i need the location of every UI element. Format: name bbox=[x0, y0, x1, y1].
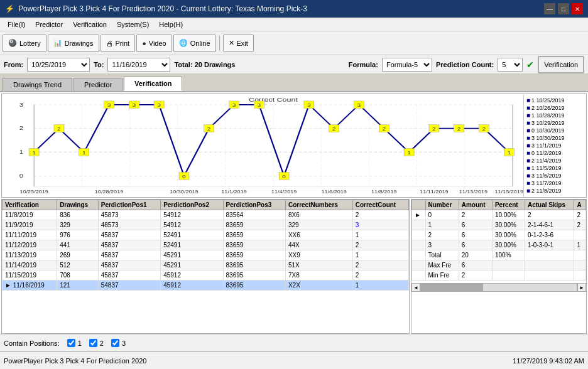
menu-system[interactable]: System(S) bbox=[112, 19, 154, 29]
table-row-verification: 11/12/2019 bbox=[3, 240, 57, 250]
table-row-verification: 11/9/2019 bbox=[3, 220, 57, 230]
stats-table-container[interactable]: Number Amount Percent Actual Skips A ► 0… bbox=[411, 199, 587, 334]
menu-help[interactable]: Help(H) bbox=[154, 19, 188, 29]
close-button[interactable]: ✕ bbox=[572, 3, 583, 14]
legend-item: ■ 2 11/4/2019 bbox=[526, 157, 584, 164]
table-row-pos2: 45291 bbox=[161, 260, 223, 270]
table-row-drawings: 441 bbox=[57, 240, 99, 250]
legend-item: ■ 0 11/2/2019 bbox=[526, 149, 584, 156]
table-row-count: 1 bbox=[352, 250, 408, 260]
lottery-icon: 🎱 bbox=[8, 39, 17, 47]
col-pos1: PerdictionPos1 bbox=[98, 200, 160, 210]
maximize-button[interactable]: □ bbox=[558, 3, 569, 14]
online-label: Online bbox=[190, 40, 210, 47]
stats-table: Number Amount Percent Actual Skips A ► 0… bbox=[411, 200, 586, 281]
stats-amount: 2 bbox=[459, 270, 492, 281]
table-row-drawings: 976 bbox=[57, 230, 99, 240]
svg-text:0: 0 bbox=[19, 173, 24, 178]
stats-indicator bbox=[412, 220, 426, 230]
menu-file[interactable]: File(I) bbox=[3, 19, 30, 29]
svg-text:11/8/2019: 11/8/2019 bbox=[371, 190, 397, 195]
stats-percent: 10.00% bbox=[492, 210, 525, 220]
title-bar: ⚡ PowerPlayer Pick 3 Pick 4 For Predicti… bbox=[0, 0, 588, 18]
menu-verification[interactable]: Verification bbox=[68, 19, 112, 29]
total-drawings: Total: 20 Drawings bbox=[174, 61, 235, 68]
svg-text:11/6/2019: 11/6/2019 bbox=[321, 190, 347, 195]
data-table-container[interactable]: Verification Drawings PerdictionPos1 Per… bbox=[1, 199, 410, 334]
col-pos2: PerdictionPos2 bbox=[161, 200, 223, 210]
table-row-pos1: 45837 bbox=[98, 260, 160, 270]
bottom-area: Verification Drawings PerdictionPos1 Per… bbox=[1, 199, 587, 334]
formula-dropdown[interactable]: Formula-5 bbox=[382, 58, 432, 72]
contain-checkbox-2[interactable] bbox=[89, 339, 97, 347]
stats-a bbox=[574, 230, 586, 240]
to-date-input[interactable]: 11/16/2019 bbox=[107, 58, 170, 72]
tabs-container: Drawings Trend Predictor Verification bbox=[0, 74, 588, 92]
svg-text:11/4/2019: 11/4/2019 bbox=[271, 190, 297, 195]
scroll-left-button[interactable]: ◄ bbox=[411, 283, 420, 292]
data-table: Verification Drawings PerdictionPos1 Per… bbox=[2, 200, 409, 291]
table-row-correct: XX9 bbox=[285, 250, 352, 260]
table-row-count: 2 bbox=[352, 260, 408, 270]
svg-text:1: 1 bbox=[407, 150, 411, 155]
exit-button[interactable]: ✕ Exit bbox=[223, 35, 254, 52]
app-icon: ⚡ bbox=[5, 4, 14, 13]
contain-checkbox-3[interactable] bbox=[111, 339, 119, 347]
window-controls: — □ ✕ bbox=[544, 3, 583, 14]
table-row-verification: 11/11/2019 bbox=[3, 230, 57, 240]
minimize-button[interactable]: — bbox=[544, 3, 555, 14]
stats-indicator bbox=[412, 260, 426, 270]
chart-container: 3 2 1 0 Correct Count bbox=[1, 94, 587, 198]
scroll-track[interactable] bbox=[420, 283, 577, 292]
legend-item: ■ 1 11/5/2019 bbox=[526, 164, 584, 171]
stats-skips: 0-1-2-3-6 bbox=[525, 230, 574, 240]
online-button[interactable]: 🌐 Online bbox=[173, 35, 216, 52]
svg-text:3: 3 bbox=[232, 102, 236, 107]
contain-checkbox-1[interactable] bbox=[67, 339, 75, 347]
from-date-input[interactable]: 10/25/2019 bbox=[27, 58, 90, 72]
menu-predictor[interactable]: Predictor bbox=[30, 19, 68, 29]
stats-percent: 100% bbox=[492, 250, 525, 260]
contain-pos2[interactable]: 2 bbox=[89, 339, 104, 347]
drawings-label: Drawings bbox=[65, 40, 94, 47]
col-pos3: PerdictionPos3 bbox=[223, 200, 285, 210]
stats-col-amount-val: Amount bbox=[459, 200, 492, 210]
legend-item: ■ 3 11/7/2019 bbox=[526, 179, 584, 186]
svg-text:0: 0 bbox=[282, 174, 286, 179]
col-verification: Verification bbox=[3, 200, 57, 210]
tab-predictor[interactable]: Predictor bbox=[74, 78, 122, 91]
table-row-correct: 51X bbox=[285, 260, 352, 270]
stats-col-skips: Actual Skips bbox=[525, 200, 574, 210]
stats-number: 3 bbox=[425, 240, 459, 250]
table-row-count: 2 bbox=[352, 270, 408, 281]
filter-bar: From: 10/25/2019 To: 11/16/2019 Total: 2… bbox=[0, 55, 588, 74]
exit-icon: ✕ bbox=[229, 39, 234, 47]
svg-text:11/15/2019: 11/15/2019 bbox=[494, 190, 523, 195]
table-row-pos3: 83659 bbox=[223, 240, 285, 250]
stats-number: Total bbox=[425, 250, 459, 260]
tab-drawings-trend[interactable]: Drawings Trend bbox=[3, 78, 72, 91]
print-button[interactable]: 🖨 Print bbox=[101, 35, 136, 52]
stats-col-amount: Number bbox=[425, 200, 459, 210]
title-text: PowerPlayer Pick 3 Pick 4 For Prediction… bbox=[18, 4, 307, 13]
table-row-drawings: 329 bbox=[57, 220, 99, 230]
video-button[interactable]: ● Video bbox=[136, 35, 172, 52]
stats-a: 1 bbox=[574, 240, 586, 250]
stats-skips bbox=[525, 250, 574, 260]
verification-button[interactable]: Verification bbox=[538, 56, 584, 73]
lottery-button[interactable]: 🎱 Lottery bbox=[3, 35, 46, 52]
stats-amount: 6 bbox=[459, 240, 492, 250]
svg-text:2: 2 bbox=[19, 126, 24, 131]
contain-pos3[interactable]: 3 bbox=[111, 339, 126, 347]
prediction-count-dropdown[interactable]: 5 bbox=[498, 58, 523, 72]
contain-pos1[interactable]: 1 bbox=[67, 339, 82, 347]
svg-text:10/30/2019: 10/30/2019 bbox=[170, 190, 199, 195]
table-row-pos1: 45837 bbox=[98, 240, 160, 250]
table-row-verification: 11/13/2019 bbox=[3, 250, 57, 260]
scroll-thumb bbox=[421, 284, 483, 291]
tab-verification[interactable]: Verification bbox=[124, 77, 182, 91]
stats-indicator bbox=[412, 240, 426, 250]
table-row-pos3: 83659 bbox=[223, 250, 285, 260]
scroll-right-button[interactable]: ► bbox=[577, 283, 586, 292]
drawings-button[interactable]: 📊 Drawings bbox=[48, 35, 99, 52]
